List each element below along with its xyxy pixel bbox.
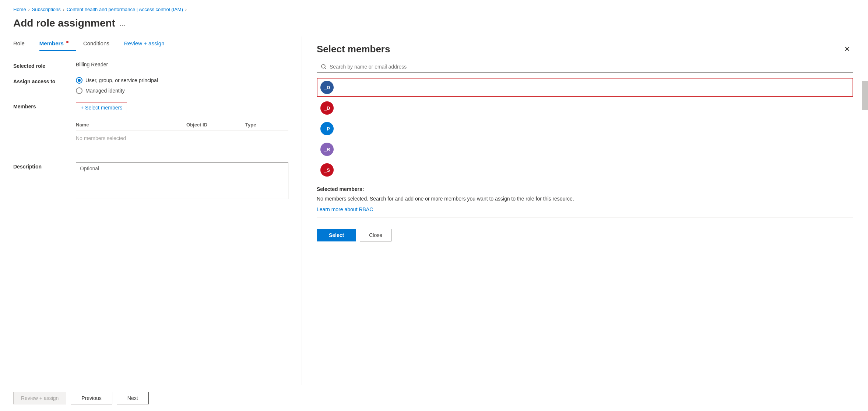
description-textarea[interactable]: [76, 162, 288, 199]
assign-access-label: Assign access to: [13, 77, 76, 84]
description-row: Description: [13, 162, 288, 200]
selected-role-value: Billing Reader: [76, 62, 288, 67]
radio-user-label: User, group, or service principal: [85, 77, 158, 83]
tab-review[interactable]: Review + assign: [124, 36, 172, 51]
review-assign-button: Review + assign: [13, 392, 66, 404]
members-content: + Select members Name Object ID Type No …: [76, 102, 288, 154]
tab-role[interactable]: Role: [13, 36, 32, 51]
description-content: [76, 162, 288, 200]
bottom-bar: Review + assign Previous Next: [0, 385, 302, 411]
radio-user-circle: [76, 77, 82, 84]
left-panel: Role Members Conditions Review + assign …: [0, 36, 302, 400]
avatar-row-1[interactable]: _D: [317, 98, 853, 118]
avatar-initials-0: _D: [324, 85, 330, 90]
scrollbar[interactable]: [862, 81, 868, 110]
assign-access-row: Assign access to User, group, or service…: [13, 77, 288, 94]
tab-members[interactable]: Members: [39, 36, 76, 51]
panel-title: Select members: [317, 43, 390, 55]
breadcrumb-sep-3: ›: [185, 7, 187, 12]
radio-managed-circle: [76, 87, 82, 94]
avatar-3: _R: [320, 143, 334, 156]
avatar-initials-3: _R: [324, 147, 330, 152]
avatar-row-2[interactable]: _P: [317, 119, 853, 138]
radio-user[interactable]: User, group, or service principal: [76, 77, 288, 84]
table-header: Name Object ID Type: [76, 119, 288, 131]
tab-role-label: Role: [13, 40, 25, 46]
page-title-row: Add role assignment ...: [0, 16, 868, 36]
no-members-text: No members selected. Search for and add …: [317, 195, 853, 203]
tab-conditions[interactable]: Conditions: [83, 36, 117, 51]
selected-members-section: Selected members: No members selected. S…: [317, 186, 853, 212]
members-table: Name Object ID Type No members selected: [76, 119, 288, 148]
selected-members-label: Selected members:: [317, 186, 853, 192]
radio-managed[interactable]: Managed identity: [76, 87, 288, 94]
avatar-initials-4: _S: [324, 167, 330, 173]
svg-line-1: [325, 68, 326, 69]
members-row: Members + Select members Name Object ID …: [13, 102, 288, 154]
breadcrumb: Home › Subscriptions › Content health an…: [0, 0, 868, 16]
avatar-4: _S: [320, 163, 334, 177]
select-button[interactable]: Select: [317, 229, 356, 241]
close-button[interactable]: Close: [360, 229, 391, 241]
breadcrumb-home[interactable]: Home: [13, 7, 26, 12]
col-header-objectid: Object ID: [186, 122, 245, 128]
tab-review-label: Review + assign: [124, 40, 165, 46]
page-title: Add role assignment: [13, 17, 115, 29]
selected-role-label: Selected role: [13, 62, 76, 69]
table-divider: [76, 148, 288, 148]
right-bottom-btns: Select Close: [317, 229, 853, 241]
description-label: Description: [13, 162, 76, 170]
tab-members-label: Members: [39, 40, 64, 46]
tab-conditions-label: Conditions: [83, 40, 109, 46]
close-panel-button[interactable]: ✕: [841, 43, 853, 55]
search-input[interactable]: [330, 64, 849, 70]
avatar-initials-2: _P: [324, 126, 330, 132]
select-members-button[interactable]: + Select members: [76, 102, 127, 113]
selected-role-row: Selected role Billing Reader: [13, 62, 288, 69]
svg-point-0: [321, 65, 325, 68]
breadcrumb-subscriptions[interactable]: Subscriptions: [32, 7, 61, 12]
avatar-row-0[interactable]: _D: [317, 78, 853, 97]
breadcrumb-iam[interactable]: Content health and performance | Access …: [67, 7, 183, 12]
assign-access-options: User, group, or service principal Manage…: [76, 77, 288, 94]
avatar-list: _D _D _P _R _S: [317, 78, 853, 180]
search-icon: [321, 64, 327, 70]
members-label: Members: [13, 102, 76, 109]
avatar-row-4[interactable]: _S: [317, 160, 853, 180]
next-button[interactable]: Next: [117, 392, 149, 404]
table-empty-message: No members selected: [76, 131, 288, 146]
tabs: Role Members Conditions Review + assign: [13, 36, 288, 51]
page-ellipsis-menu[interactable]: ...: [120, 19, 126, 28]
right-panel: Select members ✕ _D _D: [302, 36, 868, 400]
radio-group: User, group, or service principal Manage…: [76, 77, 288, 94]
avatar-initials-1: _D: [324, 105, 330, 111]
breadcrumb-sep-2: ›: [63, 7, 64, 12]
col-header-name: Name: [76, 122, 186, 128]
avatar-1: _D: [320, 101, 334, 115]
avatar-0: _D: [320, 81, 334, 94]
col-header-type: Type: [245, 122, 282, 128]
members-dot: [66, 41, 68, 43]
right-panel-divider: [317, 217, 853, 218]
breadcrumb-sep-1: ›: [28, 7, 30, 12]
panel-title-row: Select members ✕: [317, 36, 853, 61]
main-layout: Role Members Conditions Review + assign …: [0, 36, 868, 400]
search-box: [317, 61, 853, 73]
previous-button[interactable]: Previous: [71, 392, 112, 404]
radio-managed-label: Managed identity: [85, 88, 125, 94]
learn-more-link[interactable]: Learn more about RBAC: [317, 206, 373, 212]
avatar-2: _P: [320, 122, 334, 135]
avatar-row-3[interactable]: _R: [317, 140, 853, 159]
